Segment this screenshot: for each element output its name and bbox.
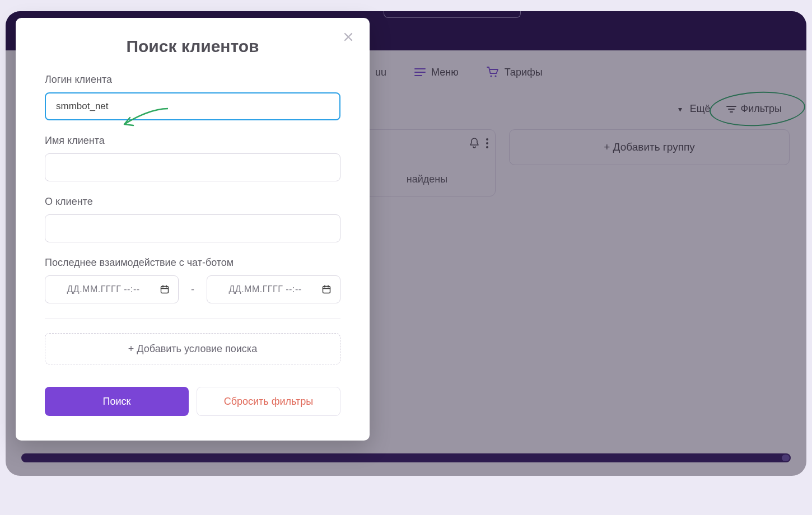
add-condition-button[interactable]: + Добавить условие поиска [45,333,340,364]
add-condition-label: + Добавить условие поиска [128,343,257,355]
date-from-input[interactable]: ДД.ММ.ГГГГ --:-- [45,275,179,303]
field-name: Имя клиента [45,135,340,181]
search-clients-modal: Поиск клиентов Логин клиента Имя клиента… [16,18,370,441]
modal-title: Поиск клиентов [45,37,340,56]
date-from-placeholder: ДД.ММ.ГГГГ --:-- [54,284,152,294]
search-button-label: Поиск [103,396,131,408]
svg-rect-3 [323,287,330,293]
date-separator: - [191,284,194,296]
calendar-icon [322,285,331,294]
reset-filters-label: Сбросить фильтры [224,396,314,408]
close-button[interactable] [342,30,355,44]
login-input[interactable] [45,92,340,120]
svg-rect-2 [161,287,169,293]
field-login: Логин клиента [45,74,340,120]
name-label: Имя клиента [45,135,340,147]
date-to-placeholder: ДД.ММ.ГГГГ --:-- [216,284,314,294]
date-to-input[interactable]: ДД.ММ.ГГГГ --:-- [207,275,340,303]
name-input[interactable] [45,153,340,181]
about-input[interactable] [45,214,340,242]
lastint-label: Последнее взаимодействие с чат-ботом [45,257,340,269]
search-button[interactable]: Поиск [45,387,189,416]
field-lastint: Последнее взаимодействие с чат-ботом ДД.… [45,257,340,303]
login-label: Логин клиента [45,74,340,86]
about-label: О клиенте [45,196,340,208]
reset-filters-button[interactable]: Сбросить фильтры [197,387,340,416]
divider [45,318,340,319]
modal-actions: Поиск Сбросить фильтры [45,387,340,416]
calendar-icon [160,285,169,294]
field-about: О клиенте [45,196,340,242]
